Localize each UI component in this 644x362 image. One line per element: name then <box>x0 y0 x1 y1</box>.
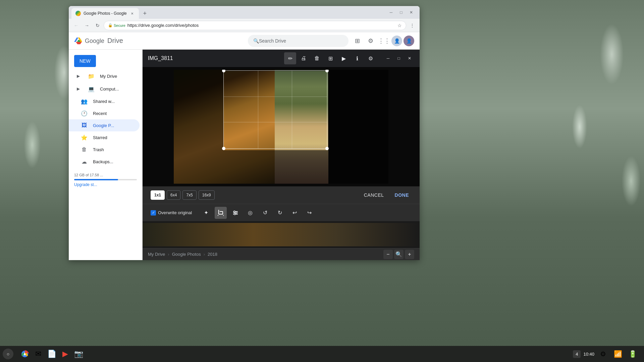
new-button[interactable]: NEW <box>74 55 96 67</box>
svg-point-5 <box>234 214 235 215</box>
grid-tool-button[interactable]: ⊞ <box>324 52 336 64</box>
breadcrumb-my-drive[interactable]: My Drive <box>148 252 165 257</box>
url-bar[interactable]: 🔒 Secure https://drive.google.com/drive/… <box>104 21 406 30</box>
undo-button[interactable]: ↩ <box>288 207 301 219</box>
zoom-controls: − 🔍 + <box>383 250 414 259</box>
zoom-icon-button[interactable]: 🔍 <box>394 250 404 259</box>
docs-icon: 📄 <box>47 350 56 358</box>
computers-icon: 💻 <box>88 85 95 92</box>
maximize-button[interactable]: □ <box>397 8 406 17</box>
drive-title: Google Drive <box>85 37 123 45</box>
crop-dark-right <box>328 70 388 184</box>
taskbar-time: 10:40 <box>583 352 594 357</box>
aspect-7x5-button[interactable]: 7x5 <box>182 190 196 200</box>
forward-button[interactable]: → <box>82 21 92 30</box>
taskbar-chrome-app[interactable] <box>19 348 31 360</box>
breadcrumb-2018[interactable]: 2018 <box>208 252 217 257</box>
url-text: https://drive.google.com/drive/photos <box>127 23 199 28</box>
slideshow-tool-button[interactable]: ▶ <box>338 52 350 64</box>
reload-button[interactable]: ↻ <box>93 21 102 30</box>
active-tab[interactable]: Google Photos - Google ✕ <box>71 8 139 19</box>
breadcrumb-google-photos[interactable]: Google Photos <box>172 252 201 257</box>
computers-label: Comput... <box>100 86 119 92</box>
settings-icon-button[interactable]: ⚙ <box>365 35 377 47</box>
user-avatar[interactable]: 👤 <box>391 36 402 46</box>
redo-button[interactable]: ↪ <box>303 207 315 219</box>
crop-rectangle[interactable] <box>223 70 327 149</box>
edit-tools-bar: ✓ Overwrite original ✦ <box>143 204 420 221</box>
zoom-out-button[interactable]: − <box>383 250 393 259</box>
taskbar-photos-app[interactable]: 📷 <box>72 348 85 360</box>
taskbar-settings-icon[interactable]: ⚙ <box>597 348 609 360</box>
aspect-1x1-button[interactable]: 1x1 <box>151 190 165 200</box>
taskbar-badge: 4 <box>573 350 581 358</box>
modal-maximize-button[interactable]: □ <box>394 54 404 63</box>
storage-text: 12 GB of 17.58 ... <box>74 173 137 177</box>
close-button[interactable]: ✕ <box>407 8 416 17</box>
sidebar-item-shared[interactable]: 👥 Shared w... <box>69 95 140 107</box>
crop-handle-bottom-left[interactable] <box>222 147 225 150</box>
taskbar-youtube-app[interactable]: ▶ <box>59 348 71 360</box>
back-button[interactable]: ← <box>71 21 81 30</box>
taskbar: ○ ✉ 📄 ▶ 📷 4 10:40 ⚙ 📶 🔋 <box>0 346 644 362</box>
main-content-area: IMG_3811 ✏ 🖨 🗑 ⊞ ▶ ℹ ⚙ ─ □ <box>143 50 420 260</box>
modal-close-button[interactable]: ✕ <box>405 54 414 63</box>
info-tool-button[interactable]: ℹ <box>351 52 363 64</box>
minimize-button[interactable]: ─ <box>387 8 395 17</box>
browser-menu-button[interactable]: ⋮ <box>408 21 417 30</box>
settings-tool-button[interactable]: ⚙ <box>365 52 377 64</box>
cancel-button[interactable]: CANCEL <box>361 190 387 200</box>
modal-header: IMG_3811 ✏ 🖨 🗑 ⊞ ▶ ℹ ⚙ ─ □ <box>143 50 420 67</box>
overwrite-original-checkbox[interactable]: ✓ Overwrite original <box>151 210 192 216</box>
upgrade-button[interactable]: Upgrade st... <box>74 182 137 187</box>
taskbar-gmail-app[interactable]: ✉ <box>32 348 44 360</box>
drive-app: Google Drive 🔍 Search Drive ⊞ ⚙ ⋮⋮ 👤 👤 N… <box>69 32 420 260</box>
done-button[interactable]: DONE <box>392 190 412 200</box>
modal-minimize-button[interactable]: ─ <box>383 54 393 63</box>
taskbar-menu-button[interactable]: ○ <box>3 349 13 359</box>
sidebar-item-recent[interactable]: 🕐 Recent <box>69 107 140 119</box>
starred-label: Starred <box>93 135 107 140</box>
search-drive-input[interactable]: 🔍 Search Drive <box>248 35 348 47</box>
sidebar-item-trash[interactable]: 🗑 Trash <box>69 143 140 156</box>
sidebar-item-starred[interactable]: ⭐ Starred <box>69 131 140 143</box>
sidebar-item-my-drive[interactable]: ▶ 📁 My Drive <box>69 70 140 82</box>
aspect-16x9-button[interactable]: 16x9 <box>199 190 215 200</box>
apps-icon-button[interactable]: ⋮⋮ <box>378 35 390 47</box>
drive-main: NEW ▶ 📁 My Drive ▶ 💻 Comput... 👥 Shared … <box>69 50 420 260</box>
taskbar-docs-app[interactable]: 📄 <box>46 348 58 360</box>
rotate-right-button[interactable]: ↻ <box>274 207 286 219</box>
zoom-in-button[interactable]: + <box>405 250 414 259</box>
aspect-6x4-button[interactable]: 6x4 <box>167 190 180 200</box>
gmail-icon: ✉ <box>35 350 41 358</box>
bookmark-icon[interactable]: ☆ <box>397 23 402 28</box>
chrome-icon <box>21 350 29 358</box>
color-button[interactable]: ◎ <box>244 207 256 219</box>
auto-enhance-button[interactable]: ✦ <box>200 207 212 219</box>
storage-info: 12 GB of 17.58 ... Upgrade st... <box>74 173 137 187</box>
window-controls: ─ □ ✕ <box>387 8 416 17</box>
adjust-icon <box>232 210 238 216</box>
new-tab-button[interactable]: + <box>140 9 150 18</box>
print-tool-button[interactable]: 🖨 <box>298 52 310 64</box>
delete-tool-button[interactable]: 🗑 <box>311 52 323 64</box>
sidebar-item-computers[interactable]: ▶ 💻 Comput... <box>69 82 140 95</box>
thumbnail-strip <box>143 221 420 248</box>
edit-tool-button[interactable]: ✏ <box>284 52 296 64</box>
sidebar-item-backups[interactable]: ☁ Backups... <box>69 156 140 168</box>
taskbar-battery-icon[interactable]: 🔋 <box>627 348 639 360</box>
user-avatar-2[interactable]: 👤 <box>404 36 414 46</box>
sidebar-item-google-photos[interactable]: 🖼 Google P... <box>69 119 140 131</box>
rotate-left-button[interactable]: ↺ <box>259 207 271 219</box>
crop-handle-bottom-right[interactable] <box>325 147 329 150</box>
secure-indicator: 🔒 Secure <box>108 23 125 27</box>
youtube-icon: ▶ <box>62 350 68 358</box>
taskbar-wifi-icon[interactable]: 📶 <box>612 348 624 360</box>
crop-tool-button[interactable] <box>215 207 227 219</box>
tab-close-button[interactable]: ✕ <box>129 11 135 16</box>
crop-handle-top-left[interactable] <box>222 70 225 72</box>
grid-view-button[interactable]: ⊞ <box>351 35 363 47</box>
taskbar-apps: ✉ 📄 ▶ 📷 <box>16 348 87 360</box>
expand-icon-2: ▶ <box>74 85 83 93</box>
adjust-button[interactable] <box>229 207 241 219</box>
